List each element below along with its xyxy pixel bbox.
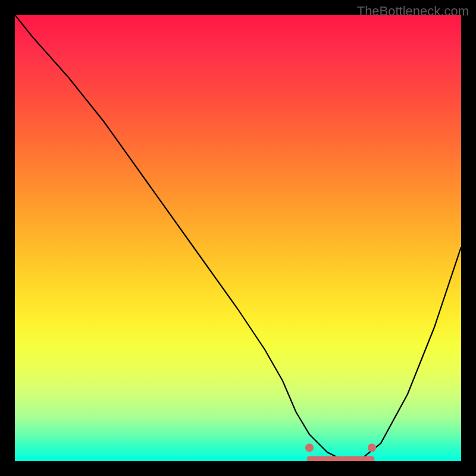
bottleneck-line — [15, 15, 461, 461]
marker-right — [368, 444, 376, 452]
chart-svg — [15, 15, 461, 461]
plot-area — [15, 15, 461, 461]
watermark-text: TheBottleneck.com — [357, 4, 469, 19]
marker-left — [305, 444, 314, 452]
